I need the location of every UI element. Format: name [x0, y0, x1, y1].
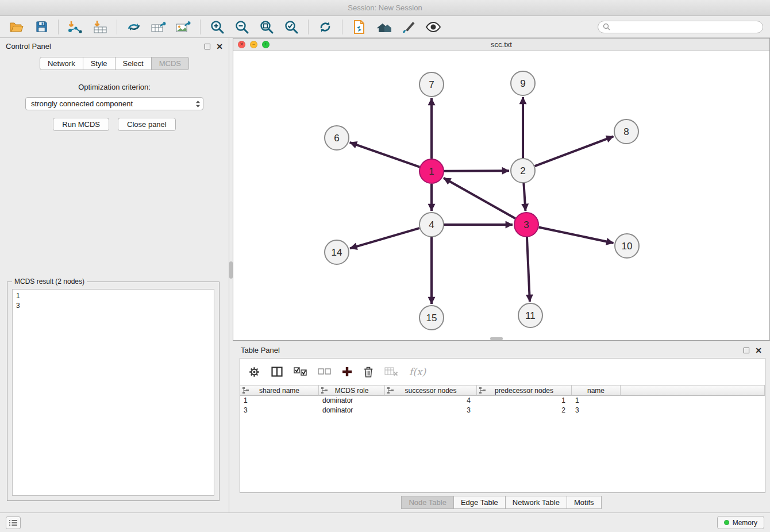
tree-icon	[387, 387, 394, 394]
column-header-mcds-role[interactable]: MCDS role	[319, 385, 385, 396]
fx-icon: f(x)	[409, 366, 426, 377]
node-8[interactable]: 8	[614, 119, 638, 144]
optimization-criterion-label: Optimization criterion:	[0, 83, 229, 91]
table-row[interactable]: 1 dominator 4 1 1	[240, 396, 765, 406]
zoom-in-button[interactable]	[207, 18, 227, 36]
search-field[interactable]	[598, 21, 763, 33]
select-all-columns-button[interactable]	[294, 367, 307, 376]
clear-table-button[interactable]	[384, 367, 398, 376]
tab-network[interactable]: Network	[40, 57, 83, 70]
table-row[interactable]: 3 dominator 3 2 3	[240, 406, 765, 415]
column-header-successor-nodes[interactable]: successor nodes	[385, 385, 477, 396]
tab-edge-table[interactable]: Edge Table	[454, 496, 506, 509]
node-1[interactable]: 1	[419, 159, 444, 183]
home-button[interactable]	[374, 18, 394, 36]
column-header-shared-name[interactable]: shared name	[240, 385, 319, 396]
mcds-result-title: MCDS result (2 nodes)	[12, 277, 87, 286]
network-from-selection-button[interactable]	[349, 18, 369, 36]
edge-2-3[interactable]	[523, 183, 525, 211]
node-2[interactable]: 2	[511, 159, 535, 183]
node-15[interactable]: 15	[419, 306, 444, 330]
edge-1-2[interactable]	[444, 171, 509, 171]
table-panel-title: Table Panel	[241, 346, 280, 354]
tab-select[interactable]: Select	[116, 57, 152, 70]
task-history-button[interactable]	[6, 516, 21, 529]
houses-icon	[375, 20, 392, 34]
edge-1-6[interactable]	[350, 142, 420, 167]
node-14[interactable]: 14	[325, 240, 349, 264]
eye-icon	[425, 21, 442, 33]
network-window-titlebar[interactable]: ✕ − + scc.txt	[233, 38, 769, 51]
tab-network-table[interactable]: Network Table	[506, 496, 567, 509]
show-hide-button[interactable]	[424, 18, 443, 36]
close-panel-inner-button[interactable]: Close panel	[118, 118, 176, 131]
zoom-fit-button[interactable]	[257, 18, 276, 36]
column-header-predecessor-nodes[interactable]: predecessor nodes	[477, 385, 572, 396]
table-settings-button[interactable]	[248, 366, 260, 378]
toolbar-separator	[308, 20, 309, 34]
unselect-all-columns-button[interactable]	[318, 367, 331, 376]
run-mcds-button[interactable]: Run MCDS	[53, 118, 109, 131]
result-item[interactable]: 1	[16, 291, 210, 301]
network-canvas[interactable]: 7968124314101511	[233, 51, 769, 340]
paintbrush-icon	[401, 20, 416, 34]
criterion-select[interactable]: strongly connected component	[25, 97, 203, 110]
node-4[interactable]: 4	[419, 213, 444, 237]
gear-icon	[248, 366, 260, 378]
edge-3-10[interactable]	[539, 228, 614, 243]
import-network-button[interactable]	[66, 18, 85, 36]
memory-button[interactable]: Memory	[717, 516, 764, 529]
toolbar-separator	[58, 20, 59, 34]
horizontal-scrollbar-handle[interactable]	[490, 337, 503, 340]
node-11[interactable]: 11	[518, 303, 542, 327]
edge-3-11[interactable]	[527, 237, 530, 302]
save-session-button[interactable]	[32, 18, 51, 36]
memory-status-icon	[724, 520, 729, 525]
tab-style[interactable]: Style	[83, 57, 116, 70]
open-file-button[interactable]	[7, 18, 26, 36]
delete-column-button[interactable]	[363, 366, 374, 377]
search-input[interactable]	[613, 23, 758, 31]
save-icon	[35, 20, 48, 33]
style-brush-button[interactable]	[399, 18, 418, 36]
tab-motifs[interactable]: Motifs	[567, 496, 602, 509]
create-column-button[interactable]	[342, 367, 352, 377]
float-table-panel-button[interactable]	[744, 348, 749, 353]
result-item[interactable]: 3	[16, 301, 210, 311]
node-7[interactable]: 7	[419, 72, 444, 97]
node-3[interactable]: 3	[514, 213, 538, 237]
tree-icon	[479, 387, 486, 394]
node-10[interactable]: 10	[615, 234, 639, 258]
tab-node-table[interactable]: Node Table	[401, 496, 454, 509]
zoom-selected-button[interactable]	[282, 18, 301, 36]
show-columns-button[interactable]	[271, 367, 283, 377]
column-header-name[interactable]: name	[572, 385, 621, 396]
vertical-scrollbar-handle[interactable]	[229, 261, 233, 279]
folder-open-icon	[9, 20, 24, 34]
refresh-layout-button[interactable]	[315, 18, 335, 36]
edge-2-8[interactable]	[535, 136, 614, 166]
zoom-in-icon	[210, 20, 225, 34]
node-6[interactable]: 6	[325, 126, 349, 150]
network-arrows-button[interactable]	[124, 18, 144, 36]
criterion-value: strongly connected component	[31, 99, 133, 108]
export-image-button[interactable]	[174, 18, 193, 36]
import-table-button[interactable]	[90, 18, 110, 36]
float-panel-button[interactable]	[205, 44, 210, 49]
edge-4-14[interactable]	[350, 228, 419, 248]
edge-3-1[interactable]	[444, 178, 515, 218]
tab-mcds[interactable]: MCDS	[152, 57, 189, 70]
function-builder-button[interactable]: f(x)	[409, 366, 426, 377]
zoom-out-button[interactable]	[232, 18, 252, 36]
control-panel-title: Control Panel	[6, 42, 51, 51]
mcds-result-list[interactable]: 1 3	[12, 289, 214, 496]
node-label: 1	[429, 166, 434, 177]
window-titlebar[interactable]: Session: New Session	[0, 0, 770, 16]
main-toolbar	[0, 16, 770, 38]
node-9[interactable]: 9	[511, 71, 535, 95]
close-panel-button[interactable]: ✕	[216, 44, 223, 49]
control-panel: Control Panel ✕ Network Style Select MCD…	[0, 38, 229, 512]
refresh-icon	[318, 20, 333, 34]
export-table-button[interactable]	[149, 18, 168, 36]
close-table-panel-button[interactable]: ✕	[755, 348, 762, 353]
